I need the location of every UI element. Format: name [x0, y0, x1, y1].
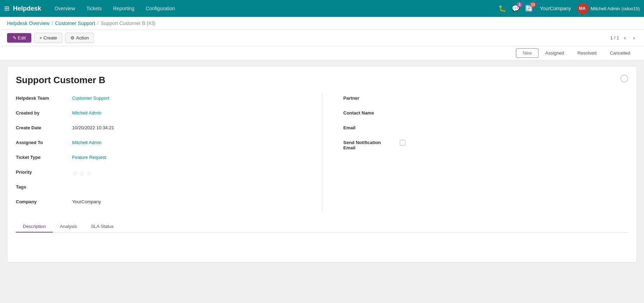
user-avatar[interactable]: MA [577, 3, 588, 14]
breadcrumb-overview[interactable]: Helpdesk Overview [7, 20, 50, 26]
pagination-text: 1 / 1 [610, 35, 619, 41]
chat-icon-btn[interactable]: 💬 5 [510, 3, 521, 14]
create-button[interactable]: + Create [34, 33, 62, 43]
field-assigned-to: Assigned To Mitchell Admin [16, 138, 301, 149]
tab-description[interactable]: Description [16, 221, 53, 233]
value-create-date: 10/20/2022 10:34:21 [72, 124, 114, 130]
gear-icon: ⚙ [70, 35, 75, 41]
tab-analysis[interactable]: Analysis [53, 221, 84, 233]
label-assigned-to: Assigned To [16, 138, 72, 145]
breadcrumb-sep-2: / [97, 20, 99, 26]
chat-badge: 5 [517, 2, 522, 7]
label-created-by: Created by [16, 109, 72, 116]
label-ticket-type: Ticket Type [16, 153, 72, 160]
field-create-date: Create Date 10/20/2022 10:34:21 [16, 124, 301, 134]
edit-button[interactable]: ✎ Edit [7, 33, 31, 43]
field-contact-name: Contact Name [343, 109, 629, 119]
breadcrumb-team[interactable]: Customer Support [55, 20, 95, 26]
status-resolved[interactable]: Resolved [571, 48, 603, 58]
label-priority: Priority [16, 168, 72, 175]
label-send-notification: Send NotificationEmail [343, 138, 400, 150]
nav-configuration[interactable]: Configuration [141, 4, 180, 13]
star-3[interactable]: ☆ [86, 169, 92, 177]
field-ticket-type: Ticket Type Feature Request [16, 153, 301, 164]
field-send-notification: Send NotificationEmail [343, 138, 629, 150]
field-created-by: Created by Mitchell Admin [16, 109, 301, 119]
star-2[interactable]: ☆ [79, 169, 85, 177]
main-content: Support Customer B Helpdesk Team Custome… [0, 60, 644, 268]
refresh-icon-btn[interactable]: 🔄 10 [524, 3, 534, 14]
label-email: Email [343, 124, 400, 130]
priority-stars: ☆ ☆ ☆ [72, 168, 92, 177]
value-assigned-to[interactable]: Mitchell Admin [72, 138, 102, 145]
status-circle-indicator[interactable] [620, 75, 628, 82]
breadcrumb-current: Support Customer B (#3) [101, 20, 156, 26]
top-nav: ⊞ Helpdesk Overview Tickets Reporting Co… [0, 0, 644, 17]
tabs-row: Description Analysis SLA Status [16, 221, 628, 233]
nav-overview[interactable]: Overview [50, 4, 80, 13]
record-title-row: Support Customer B [16, 75, 628, 86]
bug-icon: 🐛 [498, 5, 506, 12]
send-notification-checkbox[interactable] [400, 140, 405, 146]
status-cancelled[interactable]: Cancelled [603, 48, 637, 58]
pagination: 1 / 1 ‹ › [610, 34, 637, 42]
form-left: Helpdesk Team Customer Support Created b… [16, 94, 301, 212]
record-title: Support Customer B [16, 75, 105, 86]
field-company: Company YourCompany [16, 198, 301, 208]
label-create-date: Create Date [16, 124, 72, 130]
record-card: Support Customer B Helpdesk Team Custome… [7, 66, 637, 262]
status-assigned[interactable]: Assigned [538, 48, 570, 58]
field-tags: Tags [16, 183, 301, 193]
star-1[interactable]: ☆ [72, 169, 78, 177]
label-helpdesk-team: Helpdesk Team [16, 94, 72, 101]
nav-icons: 🐛 💬 5 🔄 10 YourCompany MA Mitchell Admin… [497, 3, 640, 14]
form-divider [322, 94, 322, 212]
company-name[interactable]: YourCompany [540, 6, 571, 11]
breadcrumb-sep-1: / [52, 20, 53, 26]
breadcrumb: Helpdesk Overview / Customer Support / S… [0, 17, 644, 30]
toolbar: ✎ Edit + Create ⚙ Action 1 / 1 ‹ › [0, 30, 644, 46]
field-helpdesk-team: Helpdesk Team Customer Support [16, 94, 301, 105]
value-helpdesk-team[interactable]: Customer Support [72, 94, 109, 101]
next-page-button[interactable]: › [631, 34, 637, 42]
field-priority: Priority ☆ ☆ ☆ [16, 168, 301, 179]
nav-tickets[interactable]: Tickets [81, 4, 107, 13]
action-label: Action [76, 35, 89, 41]
value-company: YourCompany [72, 198, 101, 204]
grid-icon[interactable]: ⊞ [4, 5, 10, 12]
action-button[interactable]: ⚙ Action [65, 33, 94, 43]
refresh-badge: 10 [530, 2, 536, 7]
label-partner: Partner [343, 94, 400, 101]
value-ticket-type[interactable]: Feature Request [72, 153, 106, 160]
label-contact-name: Contact Name [343, 109, 400, 116]
nav-reporting[interactable]: Reporting [108, 4, 139, 13]
user-label[interactable]: Mitchell Admin (odoo15) [591, 6, 640, 11]
status-bar: New Assigned Resolved Cancelled [0, 46, 644, 60]
app-title[interactable]: Helpdesk [13, 5, 41, 12]
status-new[interactable]: New [516, 48, 538, 58]
tab-content-description [16, 233, 628, 254]
bug-icon-btn[interactable]: 🐛 [497, 3, 507, 14]
tab-sla-status[interactable]: SLA Status [84, 221, 120, 233]
prev-page-button[interactable]: ‹ [622, 34, 628, 42]
form-right: Partner Contact Name Email Send Notifica… [343, 94, 629, 212]
form-section: Helpdesk Team Customer Support Created b… [16, 94, 628, 212]
value-created-by[interactable]: Mitchell Admin [72, 109, 102, 116]
field-email: Email [343, 124, 629, 134]
field-partner: Partner [343, 94, 629, 105]
label-company: Company [16, 198, 72, 204]
label-tags: Tags [16, 183, 72, 190]
